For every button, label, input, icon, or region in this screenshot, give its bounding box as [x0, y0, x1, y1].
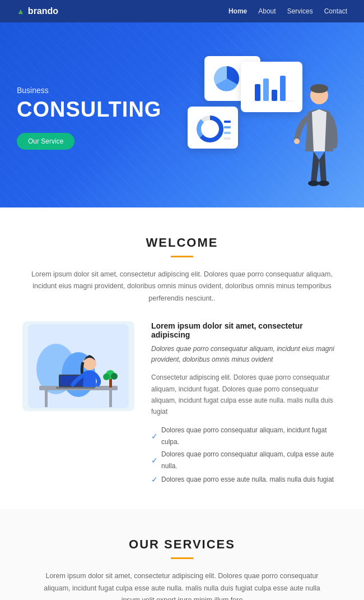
svg-point-19 — [318, 181, 329, 186]
svg-rect-25 — [45, 390, 48, 407]
logo-text: brando — [28, 6, 58, 16]
check-item-1: ✓ Dolores quae porro consequatur aliquam… — [151, 424, 342, 449]
welcome-right-content: Lorem ipsum dolor sit amet, consectetur … — [151, 321, 342, 487]
svg-rect-10 — [224, 137, 231, 140]
svg-point-17 — [310, 84, 328, 93]
welcome-right-heading: Lorem ipsum dolor sit amet, consectetur … — [151, 321, 342, 339]
cta-button[interactable]: Our Service — [17, 133, 74, 150]
svg-rect-13 — [263, 79, 269, 101]
services-title: OUR SERVICES — [22, 537, 342, 552]
services-section: OUR SERVICES Lorem ipsum dolor sit amet,… — [0, 509, 364, 600]
svg-point-20 — [294, 139, 300, 144]
svg-rect-26 — [109, 390, 112, 407]
logo-icon: ▲ — [17, 7, 25, 16]
nav-contact[interactable]: Contact — [324, 7, 347, 15]
navbar: ▲ brando Home About Services Contact — [0, 0, 364, 22]
check-item-2: ✓ Dolores quae porro consequatur aliquam… — [151, 449, 342, 473]
services-divider — [171, 557, 193, 559]
welcome-image-container — [22, 321, 134, 411]
desk-illustration — [28, 324, 129, 408]
hero-subtitle: Business — [17, 86, 182, 95]
welcome-body: Lorem ipsum dolor sit amet, consectetur … — [22, 321, 342, 487]
welcome-body-text: Lorem ipsum dolor sit amet, consectetur … — [25, 269, 339, 304]
donut-chart — [193, 112, 232, 146]
svg-rect-15 — [280, 76, 286, 101]
chart-donut-box — [188, 107, 238, 149]
welcome-right-italic: Dolores quae porro consequatur aliquam, … — [151, 344, 342, 365]
svg-rect-12 — [255, 84, 260, 101]
hero-title: CONSULTING — [17, 98, 182, 122]
person-figure — [288, 79, 339, 191]
logo[interactable]: ▲ brando — [17, 6, 58, 16]
hero-section: Business CONSULTING Our Service — [0, 22, 364, 207]
nav-services[interactable]: Services — [287, 7, 313, 15]
welcome-divider — [171, 256, 193, 257]
welcome-section: WELCOME Lorem ipsum dolor sit amet, cons… — [0, 207, 364, 509]
svg-point-18 — [308, 181, 319, 186]
hero-content: Business CONSULTING Our Service — [17, 86, 182, 150]
svg-point-33 — [103, 373, 110, 380]
welcome-right-desc: Consectetur adipiscing elit. Dolores qua… — [151, 372, 342, 418]
svg-rect-7 — [224, 121, 231, 123]
nav-links: Home About Services Contact — [228, 7, 347, 15]
svg-rect-29 — [56, 387, 95, 389]
svg-rect-9 — [224, 132, 231, 134]
nav-about[interactable]: About — [258, 7, 276, 15]
check-icon-1: ✓ — [151, 430, 158, 444]
services-body-text: Lorem ipsum dolor sit amet, consectetur … — [42, 570, 322, 600]
check-icon-2: ✓ — [151, 454, 158, 468]
check-item-3: ✓ Dolores quae porro esse aute nulla. ma… — [151, 473, 342, 487]
welcome-title: WELCOME — [22, 236, 342, 250]
welcome-illustration — [22, 321, 134, 411]
hero-visuals — [182, 45, 347, 191]
svg-rect-14 — [272, 90, 277, 101]
check-icon-3: ✓ — [151, 473, 158, 487]
svg-point-34 — [111, 373, 118, 380]
svg-rect-8 — [224, 126, 231, 128]
welcome-checklist: ✓ Dolores quae porro consequatur aliquam… — [151, 424, 342, 487]
nav-home[interactable]: Home — [228, 7, 247, 15]
